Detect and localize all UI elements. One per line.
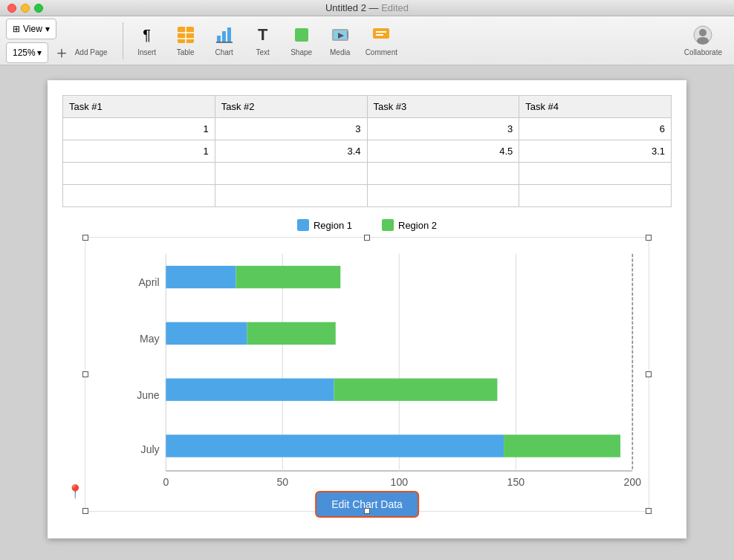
zoom-value: 125% [13, 48, 36, 58]
title-text: Untitled 2 [325, 2, 366, 13]
svg-text:100: 100 [391, 476, 409, 488]
cell-r4c3[interactable] [367, 185, 519, 207]
media-label: Media [330, 48, 350, 56]
svg-rect-32 [166, 266, 236, 288]
cell-r3c4[interactable] [519, 163, 672, 185]
collaborate-icon [692, 25, 713, 45]
cell-r1c4[interactable]: 6 [519, 118, 672, 140]
pin-marker: 📍 [67, 484, 83, 500]
zoom-button[interactable]: 125% ▾ [6, 42, 48, 63]
cell-r2c1[interactable]: 1 [63, 140, 215, 163]
svg-text:April: April [138, 276, 159, 288]
resize-handle-bl[interactable] [82, 508, 88, 514]
svg-rect-39 [334, 378, 498, 400]
table-row: 1 3 3 6 [63, 118, 672, 140]
cell-r1c1[interactable]: 1 [63, 118, 215, 140]
fullscreen-button[interactable] [34, 4, 43, 13]
legend-label-region1: Region 1 [314, 220, 352, 231]
toolbar-divider-1 [123, 22, 123, 59]
svg-rect-33 [236, 266, 341, 288]
chart-icon [214, 25, 235, 45]
canvas: Task #1 Task #2 Task #3 Task #4 1 3 3 6 … [0, 65, 734, 560]
resize-handle-tr[interactable] [646, 235, 652, 241]
resize-handle-tl[interactable] [82, 235, 88, 241]
header-cell-1[interactable]: Task #1 [63, 96, 215, 118]
cell-r3c2[interactable] [215, 163, 367, 185]
header-cell-3[interactable]: Task #3 [367, 96, 519, 118]
view-icon: ⊞ [13, 24, 20, 34]
shape-button[interactable]: Shape [284, 19, 319, 62]
table-label: Table [177, 48, 195, 56]
window-title: Untitled 2 — Edited [325, 2, 409, 13]
insert-icon: ¶ [137, 25, 157, 45]
svg-rect-38 [166, 378, 334, 400]
cell-r2c3[interactable]: 4.5 [367, 140, 519, 163]
cell-r4c2[interactable] [215, 185, 367, 207]
traffic-lights [7, 4, 43, 13]
close-button[interactable] [7, 4, 16, 13]
page: Task #1 Task #2 Task #3 Task #4 1 3 3 6 … [48, 80, 686, 538]
comment-button[interactable]: Comment [361, 19, 402, 62]
media-icon [330, 25, 351, 45]
cell-r3c1[interactable] [63, 163, 215, 185]
table-icon [175, 25, 196, 45]
cell-r1c3[interactable]: 3 [367, 118, 519, 140]
edit-status: Edited [381, 2, 409, 13]
collaborate-button[interactable]: Collaborate [678, 22, 728, 59]
add-page-label: Add Page [75, 48, 108, 56]
insert-label: Insert [137, 48, 156, 56]
chart-label: Chart [215, 48, 233, 56]
header-cell-4[interactable]: Task #4 [519, 96, 672, 118]
svg-rect-5 [222, 31, 226, 42]
legend-color-region2 [382, 219, 394, 231]
svg-text:June: June [137, 389, 160, 401]
svg-text:50: 50 [276, 476, 288, 488]
svg-text:0: 0 [163, 476, 169, 488]
resize-handle-tc[interactable] [364, 235, 370, 241]
cell-r2c4[interactable]: 3.1 [519, 140, 672, 163]
resize-handle-bc[interactable] [364, 508, 370, 514]
view-chevron-icon: ▾ [45, 24, 50, 34]
cell-r4c4[interactable] [519, 185, 672, 207]
svg-rect-8 [295, 28, 308, 42]
table-row: 1 3.4 4.5 3.1 [63, 140, 672, 163]
data-table: Task #1 Task #2 Task #3 Task #4 1 3 3 6 … [62, 95, 672, 207]
text-label: Text [256, 48, 269, 56]
title-separator: — [369, 2, 382, 13]
table-button[interactable]: Table [168, 19, 204, 62]
text-button[interactable]: T Text [245, 19, 281, 62]
zoom-chevron-icon: ▾ [37, 48, 42, 58]
resize-handle-br[interactable] [646, 508, 652, 514]
header-cell-2[interactable]: Task #2 [215, 96, 367, 118]
svg-rect-6 [227, 27, 231, 42]
resize-handle-mr[interactable] [646, 371, 652, 377]
cell-r2c2[interactable]: 3.4 [215, 140, 367, 163]
chart-button[interactable]: Chart [207, 19, 242, 62]
cell-r3c3[interactable] [367, 163, 519, 185]
svg-text:July: July [141, 443, 160, 455]
collaborate-label: Collaborate [684, 48, 722, 56]
legend-item-region2: Region 2 [382, 219, 437, 231]
text-icon: T [253, 25, 273, 45]
table-row [63, 185, 672, 207]
cell-r4c1[interactable] [63, 185, 215, 207]
insert-button[interactable]: ¶ Insert [129, 19, 165, 62]
svg-point-17 [699, 29, 707, 36]
left-controls: ⊞ View ▾ 125% ▾ ＋ Add Page [6, 19, 108, 63]
svg-text:150: 150 [507, 476, 525, 488]
svg-rect-35 [166, 322, 247, 345]
shape-label: Shape [290, 48, 312, 56]
chart-area[interactable]: 0 50 100 150 200 April May [85, 237, 649, 512]
minimize-button[interactable] [21, 4, 30, 13]
cell-r1c2[interactable]: 3 [215, 118, 367, 140]
table-header-row: Task #1 Task #2 Task #3 Task #4 [63, 96, 672, 118]
svg-rect-12 [347, 31, 348, 39]
svg-rect-42 [504, 434, 620, 457]
media-button[interactable]: Media [322, 19, 358, 62]
comment-icon [371, 25, 392, 45]
svg-text:200: 200 [624, 476, 642, 488]
resize-handle-ml[interactable] [82, 371, 88, 377]
bar-chart-svg: 0 50 100 150 200 April May [85, 238, 649, 511]
add-page-button[interactable]: ＋ [51, 42, 72, 63]
view-button[interactable]: ⊞ View ▾ [6, 19, 56, 39]
